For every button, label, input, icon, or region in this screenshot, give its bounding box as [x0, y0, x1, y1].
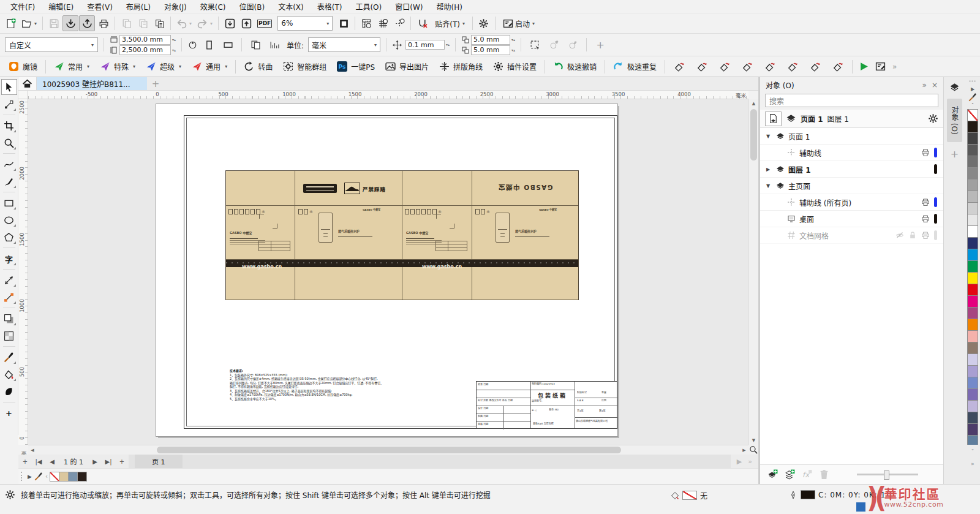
transparency-tool[interactable]	[1, 328, 17, 344]
menu-布局(L)[interactable]: 布局(L)	[119, 0, 157, 13]
palette-flyout-icon[interactable]: ▶	[28, 474, 32, 480]
menu-窗口(W)[interactable]: 窗口(W)	[388, 0, 429, 13]
menu-效果(C)[interactable]: 效果(C)	[194, 0, 233, 13]
quick-fill-bucket-button[interactable]	[717, 59, 733, 75]
snap-to-menu[interactable]: 贴齐(T)▾	[431, 15, 469, 31]
plugin-超级[interactable]: 超级▾	[141, 59, 186, 75]
script-board-button[interactable]	[872, 59, 888, 75]
menu-工具(O)[interactable]: 工具(O)	[349, 0, 388, 13]
polygon-tool[interactable]	[1, 229, 17, 245]
plugin-拼版角线[interactable]: 拼版角线	[434, 59, 488, 75]
eye-off-icon[interactable]	[895, 231, 904, 240]
delete-trash-icon[interactable]	[819, 469, 829, 480]
plugin-智能群组[interactable]: 智能群组	[278, 59, 331, 75]
import-box-button[interactable]	[222, 15, 238, 31]
portrait-button[interactable]	[201, 37, 217, 53]
menu-文本(X)[interactable]: 文本(X)	[271, 0, 311, 13]
pick-tool[interactable]	[1, 79, 17, 95]
new-document-button[interactable]	[2, 15, 18, 31]
quick-fill-bucket-button[interactable]	[762, 59, 778, 75]
palette-expand-icon[interactable]: »	[971, 461, 974, 467]
color-swatch[interactable]	[967, 191, 978, 203]
launch-menu[interactable]: 启动▾	[499, 15, 539, 31]
new-master-layer-icon[interactable]	[785, 469, 795, 480]
layer-row-图层 1[interactable]: ▶图层 1	[760, 161, 943, 178]
ellipse-tool[interactable]	[1, 212, 17, 228]
options-gear-button[interactable]	[476, 15, 492, 31]
page-width-input[interactable]: 3,500.0 mm	[119, 35, 171, 45]
lock-icon[interactable]	[908, 231, 917, 240]
color-swatch[interactable]	[967, 307, 978, 319]
apply-fill-button[interactable]	[565, 37, 581, 53]
printer-icon[interactable]	[921, 214, 930, 223]
plugin-转曲[interactable]: 转曲	[239, 59, 277, 75]
tree-arrow-icon[interactable]: ▼	[766, 134, 772, 139]
gear-icon[interactable]	[928, 113, 938, 124]
layer-color-bar[interactable]	[934, 164, 937, 174]
shape-tool[interactable]	[1, 96, 17, 112]
layer-color-bar[interactable]	[934, 230, 937, 240]
ruler-corner[interactable]	[18, 91, 28, 99]
quick-fill-bucket-button[interactable]	[807, 59, 823, 75]
artistic-media-tool[interactable]	[1, 173, 17, 189]
horizontal-scrollbar-thumb[interactable]	[157, 447, 621, 453]
objects-docker-tab-icon[interactable]	[949, 82, 960, 93]
layer-color-bar[interactable]	[934, 197, 937, 207]
nudge-input[interactable]: 0.1 mm	[405, 40, 445, 50]
horizontal-ruler[interactable]: 毫米 -50005001000150020002500300035004000	[28, 91, 748, 99]
show-guidelines-button[interactable]	[391, 15, 407, 31]
quick-fill-bucket-button[interactable]	[694, 59, 710, 75]
color-swatch[interactable]	[967, 342, 978, 354]
duplicate-x-input[interactable]: 5.0 mm	[471, 35, 510, 45]
color-swatch[interactable]	[77, 472, 87, 482]
show-grid-button[interactable]	[375, 15, 391, 31]
page-preset-select[interactable]: 自定义 ▾	[5, 37, 98, 52]
print-button[interactable]	[96, 15, 111, 31]
tree-arrow-icon[interactable]: ▼	[766, 183, 772, 189]
duplicate-y-input[interactable]: 5.0 mm	[471, 45, 510, 55]
quick-fill-bucket-button[interactable]	[785, 59, 801, 75]
color-swatch[interactable]	[967, 319, 978, 331]
layer-color-bar[interactable]	[934, 214, 937, 224]
color-swatch[interactable]	[967, 249, 978, 261]
page-tab[interactable]: 页 1	[135, 455, 183, 468]
palette-grip-handle[interactable]	[969, 81, 975, 84]
units-select[interactable]: 毫米 ▾	[308, 37, 380, 52]
plugin-一键PS[interactable]: Ps一键PS	[332, 59, 380, 75]
box-dieline[interactable]: 严禁踩踏 GASBO 中燃宝 ® GASBO	[225, 170, 579, 300]
menu-文件(F)[interactable]: 文件(F)	[4, 0, 42, 13]
objects-docker-tab[interactable]: 对象 (O)	[947, 99, 962, 142]
tree-arrow-icon[interactable]: ▶	[766, 167, 772, 172]
dimension-tool[interactable]	[1, 272, 17, 288]
palette-grip-handle[interactable]	[21, 472, 24, 481]
palette-scroll-left-icon[interactable]: ‹	[45, 473, 48, 480]
palette-scroll-up-icon[interactable]: ˄	[971, 103, 974, 108]
color-swatch[interactable]	[967, 377, 978, 389]
menu-位图(B)[interactable]: 位图(B)	[233, 0, 272, 13]
quick-fill-bucket-button[interactable]	[671, 59, 687, 75]
cut-button[interactable]	[118, 15, 134, 31]
printer-icon[interactable]	[921, 198, 930, 206]
vertical-ruler[interactable]: 25002000150010005000	[18, 99, 28, 445]
crop-tool[interactable]	[1, 118, 17, 134]
plugin-插件设置[interactable]: 插件设置	[488, 59, 541, 75]
document-tab[interactable]: 10025903 壁挂炉B811...	[37, 77, 147, 90]
zoom-level-combo[interactable]: 6%▾	[277, 16, 333, 31]
color-swatch[interactable]	[967, 400, 978, 412]
page-height-spinner[interactable]: ▾▴	[172, 48, 176, 52]
plugin-极速撤销[interactable]: 极速撤销	[548, 59, 601, 75]
vertical-scrollbar[interactable]: ▲ ▼	[748, 99, 758, 445]
color-swatch[interactable]	[967, 412, 978, 424]
show-rulers-button[interactable]	[358, 15, 374, 31]
nudge-spinner[interactable]: ▾▴	[446, 43, 450, 47]
all-pages-button[interactable]	[247, 37, 263, 53]
undo-button[interactable]: ▾	[174, 15, 194, 31]
docker-collapse-icon[interactable]: »	[922, 81, 927, 89]
first-page-button[interactable]: |◀	[32, 455, 45, 468]
status-gear-icon[interactable]	[5, 489, 15, 500]
edit-fill-button[interactable]	[546, 37, 562, 53]
quick-fill-bucket-button[interactable]	[739, 59, 755, 75]
menu-表格(T)[interactable]: 表格(T)	[311, 0, 349, 13]
fullscreen-preview-button[interactable]	[336, 15, 352, 31]
toolbar-overflow-icon[interactable]: »	[889, 62, 900, 71]
